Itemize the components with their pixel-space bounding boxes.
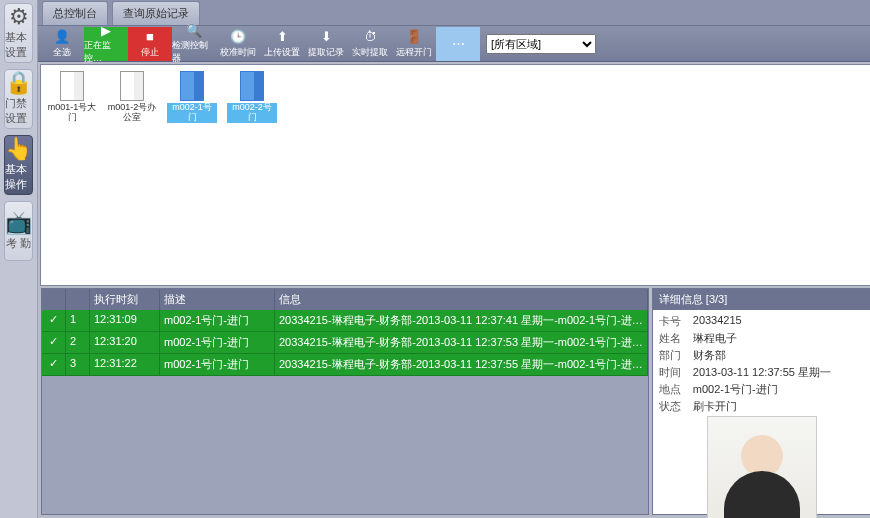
detail-value: 财务部 [693, 348, 865, 363]
area-select[interactable]: [所有区域] [486, 34, 596, 54]
log-body: ✓112:31:09m002-1号门-进门20334215-琳程电子-财务部-2… [42, 310, 648, 514]
door-item-1[interactable]: m001-2号办公室 [107, 71, 157, 123]
sidebar-item-3[interactable]: 📺考 勤 [4, 201, 33, 261]
log-cell: ✓ [42, 332, 66, 353]
toolbar-icon: ⬇ [318, 29, 334, 45]
toolbar-btn-6[interactable]: ⬇提取记录 [304, 27, 348, 61]
log-header-col: 描述 [160, 289, 275, 310]
bottom-pane: 执行时刻描述信息 ✓112:31:09m002-1号门-进门20334215-琳… [38, 288, 870, 518]
detail-key: 部门 [659, 348, 693, 363]
toolbar-icon: 👤 [54, 29, 70, 45]
toolbar-label: 上传设置 [264, 46, 300, 59]
detail-row: 时间2013-03-11 12:37:55 星期一 [659, 365, 865, 380]
detail-value: m002-1号门-进门 [693, 382, 865, 397]
toolbar-label: 全选 [53, 46, 71, 59]
toolbar-btn-2[interactable]: ■停止 [128, 27, 172, 61]
toolbar-label: 停止 [141, 46, 159, 59]
toolbar-label: 实时提取 [352, 46, 388, 59]
sidebar-icon: 📺 [5, 212, 32, 234]
sidebar-item-0[interactable]: ⚙基本设置 [4, 3, 33, 63]
door-item-0[interactable]: m001-1号大门 [47, 71, 97, 123]
log-cell: 3 [66, 354, 90, 375]
tab-bar: 总控制台查询原始记录 [38, 0, 870, 26]
detail-key: 状态 [659, 399, 693, 414]
detail-key: 时间 [659, 365, 693, 380]
sidebar-icon: ⚙ [9, 6, 29, 28]
toolbar-label: 检测控制器 [172, 39, 216, 65]
door-icon [240, 71, 264, 101]
toolbar-label: 正在监控… [84, 39, 128, 65]
toolbar-btn-1[interactable]: ▶正在监控… [84, 27, 128, 61]
detail-key: 地点 [659, 382, 693, 397]
toolbar-btn-8[interactable]: 🚪远程开门 [392, 27, 436, 61]
detail-value: 刷卡开门 [693, 399, 865, 414]
detail-value: 20334215 [693, 314, 865, 329]
log-row[interactable]: ✓112:31:09m002-1号门-进门20334215-琳程电子-财务部-2… [42, 310, 648, 332]
toolbar-icon: ▶ [98, 23, 114, 38]
toolbar-icon: ⏱ [362, 29, 378, 45]
toolbar-icon: 🚪 [406, 29, 422, 45]
sidebar-label: 基本设置 [5, 30, 32, 60]
door-label: m001-1号大门 [47, 103, 97, 123]
detail-key: 卡号 [659, 314, 693, 329]
log-header-col: 执行时刻 [90, 289, 160, 310]
toolbar: 👤全选▶正在监控…■停止🔍检测控制器🕒校准时间⬆上传设置⬇提取记录⏱实时提取🚪远… [38, 26, 870, 62]
detail-row: 状态刷卡开门 [659, 399, 865, 414]
log-cell: m002-1号门-进门 [160, 354, 275, 375]
event-log: 执行时刻描述信息 ✓112:31:09m002-1号门-进门20334215-琳… [41, 288, 649, 515]
log-cell: 12:31:22 [90, 354, 160, 375]
log-header-row: 执行时刻描述信息 [42, 289, 648, 310]
door-label: m002-1号门 [167, 103, 217, 123]
detail-value: 2013-03-11 12:37:55 星期一 [693, 365, 865, 380]
door-item-2[interactable]: m002-1号门 [167, 71, 217, 123]
toolbar-icon: ⋯ [450, 35, 466, 51]
log-row[interactable]: ✓212:31:20m002-1号门-进门20334215-琳程电子-财务部-2… [42, 332, 648, 354]
log-header-col [66, 289, 90, 310]
door-icon [60, 71, 84, 101]
sidebar-icon: 🔒 [5, 72, 32, 94]
toolbar-btn-5[interactable]: ⬆上传设置 [260, 27, 304, 61]
detail-panel: 详细信息 [3/3] 卡号20334215姓名琳程电子部门财务部时间2013-0… [652, 288, 870, 515]
toolbar-label: 远程开门 [396, 46, 432, 59]
toolbar-btn-0[interactable]: 👤全选 [40, 27, 84, 61]
toolbar-btn-3[interactable]: 🔍检测控制器 [172, 27, 216, 61]
toolbar-icon: 🔍 [186, 23, 202, 38]
toolbar-btn-7[interactable]: ⏱实时提取 [348, 27, 392, 61]
detail-value: 琳程电子 [693, 331, 865, 346]
log-cell: 1 [66, 310, 90, 331]
sidebar: ⚙基本设置🔒门禁设置👆基本操作📺考 勤 [0, 0, 38, 518]
toolbar-btn-9[interactable]: ⋯ [436, 27, 480, 61]
sidebar-item-2[interactable]: 👆基本操作 [4, 135, 33, 195]
sidebar-item-1[interactable]: 🔒门禁设置 [4, 69, 33, 129]
sidebar-icon: 👆 [5, 138, 32, 160]
toolbar-icon: ⬆ [274, 29, 290, 45]
door-icon [180, 71, 204, 101]
door-icon [120, 71, 144, 101]
toolbar-label: 提取记录 [308, 46, 344, 59]
detail-row: 卡号20334215 [659, 314, 865, 329]
log-cell: 20334215-琳程电子-财务部-2013-03-11 12:37:53 星期… [275, 332, 648, 353]
tab-0[interactable]: 总控制台 [42, 1, 108, 25]
log-cell: m002-1号门-进门 [160, 310, 275, 331]
detail-row: 部门财务部 [659, 348, 865, 363]
log-header-col: 信息 [275, 289, 648, 310]
detail-body: 卡号20334215姓名琳程电子部门财务部时间2013-03-11 12:37:… [653, 310, 870, 518]
detail-key: 姓名 [659, 331, 693, 346]
log-row[interactable]: ✓312:31:22m002-1号门-进门20334215-琳程电子-财务部-2… [42, 354, 648, 376]
log-header-col [42, 289, 66, 310]
detail-title: 详细信息 [3/3] [653, 289, 870, 310]
sidebar-label: 基本操作 [5, 162, 32, 192]
toolbar-label: 校准时间 [220, 46, 256, 59]
log-cell: m002-1号门-进门 [160, 332, 275, 353]
door-label: m002-2号门 [227, 103, 277, 123]
tab-1[interactable]: 查询原始记录 [112, 1, 200, 25]
door-item-3[interactable]: m002-2号门 [227, 71, 277, 123]
log-cell: 20334215-琳程电子-财务部-2013-03-11 12:37:55 星期… [275, 354, 648, 375]
toolbar-icon: ■ [142, 29, 158, 45]
log-cell: ✓ [42, 310, 66, 331]
toolbar-btn-4[interactable]: 🕒校准时间 [216, 27, 260, 61]
log-cell: 20334215-琳程电子-财务部-2013-03-11 12:37:41 星期… [275, 310, 648, 331]
door-workarea: m001-1号大门m001-2号办公室m002-1号门m002-2号门 [40, 64, 870, 286]
detail-row: 地点m002-1号门-进门 [659, 382, 865, 397]
toolbar-icon: 🕒 [230, 29, 246, 45]
